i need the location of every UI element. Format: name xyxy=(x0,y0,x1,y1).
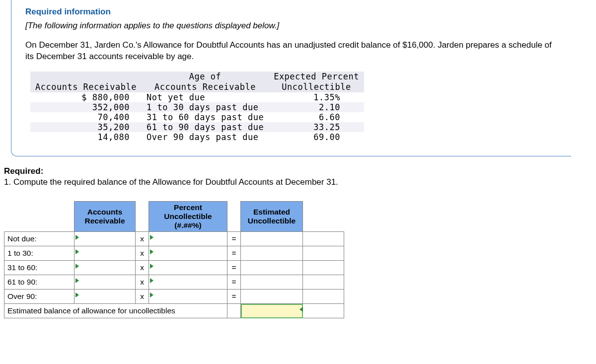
wk-row-label: 31 to 60: xyxy=(4,261,74,275)
sched-row: 35,200 61 to 90 days past due 33.25 xyxy=(30,122,364,132)
wk-output-est xyxy=(241,246,303,261)
wk-hdr-acc: Accounts Receivable xyxy=(74,202,136,232)
sched-col-ar: Accounts Receivable xyxy=(30,72,142,93)
wk-input-acc[interactable] xyxy=(74,275,136,290)
times-op: x xyxy=(136,232,149,246)
wk-total-label: Estimated balance of allowance for uncol… xyxy=(4,304,227,318)
wk-row-label: 61 to 90: xyxy=(4,275,74,290)
applies-note: [The following information applies to th… xyxy=(25,21,557,31)
caret-icon xyxy=(150,249,153,254)
times-op: x xyxy=(136,290,149,304)
equals-op: = xyxy=(227,275,241,290)
equals-op: = xyxy=(227,290,241,304)
required-info-heading: Required information xyxy=(25,7,557,17)
wk-input-pct[interactable] xyxy=(149,232,227,246)
wk-row: Not due: x = xyxy=(4,232,344,246)
wk-input-acc[interactable] xyxy=(74,261,136,275)
wk-output-est xyxy=(241,290,303,304)
equals-op: = xyxy=(227,261,241,275)
caret-icon xyxy=(150,235,153,240)
caret-icon xyxy=(75,278,79,283)
sched-row: $ 880,000 Not yet due 1.35% xyxy=(30,92,364,102)
wk-input-acc[interactable] xyxy=(74,246,136,261)
wk-row: 61 to 90: x = xyxy=(4,275,344,290)
wk-output-est xyxy=(241,261,303,275)
sched-col-age: Age ofAccounts Receivable xyxy=(142,72,269,93)
wk-total-input[interactable] xyxy=(241,304,303,318)
caret-icon xyxy=(75,235,79,240)
wk-row: 31 to 60: x = xyxy=(4,261,344,275)
worksheet-table: Accounts Receivable Percent Uncollectibl… xyxy=(4,201,344,318)
info-box: Required information [The following info… xyxy=(11,0,571,156)
wk-input-acc[interactable] xyxy=(74,232,136,246)
caret-icon xyxy=(75,249,79,254)
sched-row: 352,000 1 to 30 days past due 2.10 xyxy=(30,102,364,112)
wk-row-label: Over 90: xyxy=(4,290,74,304)
wk-row-label: Not due: xyxy=(4,232,74,246)
caret-icon xyxy=(150,292,153,297)
times-op: x xyxy=(136,275,149,290)
wk-input-pct[interactable] xyxy=(149,261,227,275)
question-area: Required: 1. Compute the required balanc… xyxy=(0,156,596,328)
wk-output-est xyxy=(241,232,303,246)
wk-input-pct[interactable] xyxy=(149,275,227,290)
wk-total-row: Estimated balance of allowance for uncol… xyxy=(4,304,344,318)
caret-icon xyxy=(150,264,153,269)
wk-hdr-pct: Percent Uncollectible (#.##%) xyxy=(149,202,227,232)
caret-icon xyxy=(75,264,79,269)
times-op: x xyxy=(136,261,149,275)
equals-op: = xyxy=(227,246,241,261)
wk-hdr-est: Estimated Uncollectible xyxy=(241,202,303,232)
sched-row: 70,400 31 to 60 days past due 6.60 xyxy=(30,112,364,122)
wk-row: Over 90: x = xyxy=(4,290,344,304)
caret-icon xyxy=(299,307,303,312)
sched-col-pct: Expected PercentUncollectible xyxy=(269,72,364,93)
times-op: x xyxy=(136,246,149,261)
wk-input-pct[interactable] xyxy=(149,246,227,261)
wk-input-pct[interactable] xyxy=(149,290,227,304)
sched-row: 14,080 Over 90 days past due 69.00 xyxy=(30,132,364,142)
wk-row-label: 1 to 30: xyxy=(4,246,74,261)
wk-row: 1 to 30: x = xyxy=(4,246,344,261)
caret-icon xyxy=(75,292,79,297)
wk-output-est xyxy=(241,275,303,290)
required-q1: 1. Compute the required balance of the A… xyxy=(4,177,338,187)
caret-icon xyxy=(150,278,153,283)
intro-paragraph: On December 31, Jarden Co.'s Allowance f… xyxy=(25,40,557,63)
equals-op: = xyxy=(227,232,241,246)
aging-schedule-table: Accounts Receivable Age ofAccounts Recei… xyxy=(30,72,364,143)
required-label: Required: xyxy=(4,166,584,176)
wk-input-acc[interactable] xyxy=(74,290,136,304)
